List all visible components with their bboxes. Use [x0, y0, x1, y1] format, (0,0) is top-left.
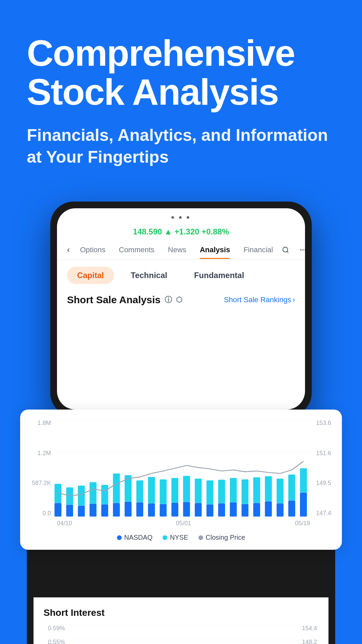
chart-y-right: 153.6 151.6 149.5 147.4 — [313, 420, 332, 517]
svg-point-0 — [283, 247, 288, 252]
svg-rect-18 — [125, 501, 132, 517]
svg-rect-14 — [78, 506, 85, 517]
svg-line-1 — [287, 251, 289, 253]
y-left-label-4: 0.0 — [43, 510, 51, 517]
svg-rect-31 — [277, 503, 284, 517]
hero-section: Comprehensive Stock Analysis Financials,… — [0, 0, 362, 188]
svg-rect-46 — [195, 479, 202, 503]
x-label-1: 04/10 — [57, 520, 72, 527]
x-label-2: 05/01 — [176, 520, 191, 527]
svg-rect-23 — [183, 502, 190, 517]
legend-dot-closing — [198, 535, 203, 540]
svg-rect-33 — [300, 493, 307, 517]
svg-rect-43 — [160, 479, 167, 504]
svg-rect-38 — [101, 485, 108, 504]
svg-rect-24 — [195, 503, 202, 517]
short-interest-chart: 0.59% 0.55% 0.51% 0.47% 0.43% 0.39% 154.… — [44, 625, 318, 644]
hero-subtitle: Financials, Analytics, and Information a… — [27, 124, 335, 168]
section-link[interactable]: Short Sale Rankings › — [224, 296, 295, 304]
si-y-left: 0.59% 0.55% 0.51% 0.47% 0.43% 0.39% — [44, 625, 67, 644]
sub-tabs: Capital Technical Fundamental — [57, 260, 305, 291]
legend-dot-nasdaq — [117, 535, 122, 540]
nav-tabs: ‹ Options Comments News Analysis Financi… — [57, 240, 305, 260]
info-icon[interactable]: ⓘ — [165, 295, 172, 305]
status-dots: * * * — [171, 214, 191, 223]
svg-rect-12 — [55, 503, 62, 517]
si-chart-area — [67, 625, 300, 644]
chart-container: 1.8M 1.2M 587.2K 0.0 153.6 151.6 149.5 1… — [30, 420, 332, 527]
svg-rect-17 — [113, 503, 120, 517]
tab-comments[interactable]: Comments — [112, 241, 161, 259]
svg-rect-54 — [288, 475, 295, 501]
export-icon[interactable]: ⬡ — [176, 296, 182, 304]
section-title: Short Sale Analysis ⓘ ⬡ — [67, 294, 182, 306]
svg-rect-41 — [136, 480, 143, 502]
phone-wrapper: * * * 148.590 ▲ +1.320 +0.88% ‹ Options … — [0, 188, 362, 416]
status-bar: * * * — [57, 208, 305, 226]
svg-rect-30 — [265, 501, 272, 517]
svg-rect-25 — [206, 504, 214, 517]
legend-nyse: NYSE — [163, 534, 188, 541]
svg-rect-15 — [89, 504, 97, 517]
svg-rect-44 — [171, 478, 178, 503]
svg-rect-52 — [265, 476, 272, 501]
y-right-label-4: 147.4 — [316, 510, 331, 517]
svg-rect-47 — [206, 480, 214, 504]
nav-icons — [280, 244, 305, 256]
price-bar: 148.590 ▲ +1.320 +0.88% — [57, 226, 305, 240]
chart-y-left: 1.8M 1.2M 587.2K 0.0 — [30, 420, 54, 517]
svg-rect-36 — [78, 486, 85, 506]
svg-rect-39 — [113, 474, 120, 503]
tab-analysis[interactable]: Analysis — [193, 241, 237, 259]
si-y-right: 154.4 148.2 142.0 135.8 129.6 123.4 — [300, 625, 318, 644]
search-icon[interactable] — [280, 244, 292, 256]
legend-closing: Closing Price — [198, 534, 245, 541]
svg-rect-28 — [242, 504, 249, 517]
svg-rect-29 — [253, 503, 260, 517]
section-header: Short Sale Analysis ⓘ ⬡ Short Sale Ranki… — [57, 291, 305, 312]
more-icon[interactable] — [297, 244, 305, 256]
svg-rect-26 — [218, 503, 225, 517]
svg-rect-32 — [288, 500, 295, 517]
chart-card: 1.8M 1.2M 587.2K 0.0 153.6 151.6 149.5 1… — [20, 410, 342, 550]
price-current: 148.590 — [133, 227, 162, 236]
phone-outer: * * * 148.590 ▲ +1.320 +0.88% ‹ Options … — [50, 202, 312, 416]
svg-point-4 — [301, 250, 301, 250]
chart-legend: NASDAQ NYSE Closing Price — [30, 534, 332, 541]
y-right-label-2: 151.6 — [316, 450, 331, 457]
price-change: +1.320 — [175, 227, 199, 236]
chart-x-labels: 04/10 05/01 05/19 — [54, 520, 313, 527]
tab-news[interactable]: News — [161, 241, 193, 259]
svg-rect-45 — [183, 476, 190, 502]
short-interest-title: Short Interest — [44, 607, 318, 618]
subtab-technical[interactable]: Technical — [121, 267, 177, 284]
legend-label-closing: Closing Price — [206, 534, 245, 541]
svg-rect-22 — [171, 503, 178, 517]
legend-dot-nyse — [163, 535, 167, 540]
price-percent: +0.88% — [201, 227, 229, 236]
legend-label-nyse: NYSE — [170, 534, 188, 541]
subtab-fundamental[interactable]: Fundamental — [184, 267, 254, 284]
svg-rect-48 — [218, 480, 225, 503]
svg-rect-55 — [300, 468, 307, 493]
y-left-label-3: 587.2K — [32, 480, 51, 487]
tab-financial[interactable]: Financial — [237, 241, 280, 259]
svg-rect-16 — [101, 504, 108, 517]
x-label-3: 05/19 — [295, 520, 310, 527]
y-left-label-1: 1.8M — [38, 420, 51, 427]
svg-rect-19 — [136, 502, 143, 517]
back-button[interactable]: ‹ — [64, 240, 73, 260]
legend-label-nasdaq: NASDAQ — [124, 534, 153, 541]
svg-rect-49 — [230, 478, 237, 502]
svg-rect-50 — [242, 479, 249, 504]
svg-rect-27 — [230, 502, 237, 517]
legend-nasdaq: NASDAQ — [117, 534, 153, 541]
hero-title: Comprehensive Stock Analysis — [27, 34, 335, 111]
svg-rect-51 — [253, 477, 260, 503]
tab-options[interactable]: Options — [73, 241, 112, 259]
svg-rect-21 — [160, 504, 167, 517]
chart-area — [54, 420, 313, 517]
price-arrow: ▲ — [164, 227, 172, 236]
y-right-label-1: 153.6 — [316, 420, 331, 427]
subtab-capital[interactable]: Capital — [67, 267, 114, 284]
